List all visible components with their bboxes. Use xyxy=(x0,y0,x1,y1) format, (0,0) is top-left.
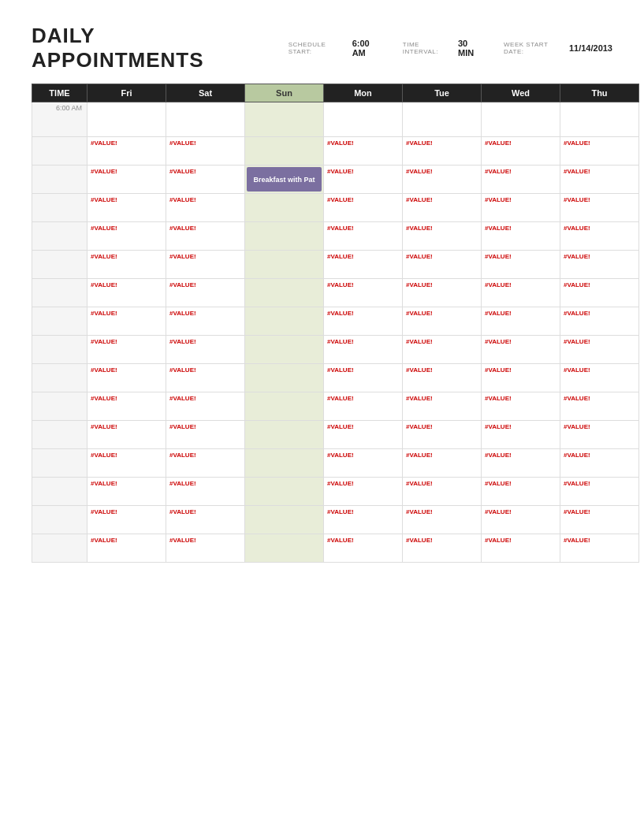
value-label: #VALUE! xyxy=(91,310,117,317)
value-label: #VALUE! xyxy=(327,508,354,515)
value-label: #VALUE! xyxy=(327,366,354,374)
day-cell: #VALUE! xyxy=(87,222,166,251)
day-cell: #VALUE! xyxy=(87,279,166,307)
value-label: #VALUE! xyxy=(564,423,590,430)
day-cell: #VALUE! xyxy=(166,222,245,251)
value-label: #VALUE! xyxy=(327,310,354,317)
value-label: #VALUE! xyxy=(485,139,512,147)
table-row: #VALUE!#VALUE!#VALUE!#VALUE!#VALUE!#VALU… xyxy=(32,506,639,534)
day-cell: #VALUE! xyxy=(87,506,166,534)
day-cell xyxy=(245,279,324,307)
header-meta: SCHEDULE START: 6:00 AM TIME INTERVAL: 3… xyxy=(288,39,612,58)
day-cell: #VALUE! xyxy=(166,336,245,364)
page-header: DAILY APPOINTMENTS SCHEDULE START: 6:00 … xyxy=(32,24,612,73)
day-cell: #VALUE! xyxy=(560,364,639,392)
value-label: #VALUE! xyxy=(485,253,512,260)
day-cell: #VALUE! xyxy=(324,506,403,534)
value-label: #VALUE! xyxy=(406,452,433,459)
day-cell: #VALUE! xyxy=(403,137,482,165)
day-cell xyxy=(245,194,324,222)
time-cell xyxy=(32,336,87,364)
value-label: #VALUE! xyxy=(169,480,196,487)
time-cell xyxy=(32,279,87,307)
table-row: #VALUE!#VALUE!#VALUE!#VALUE!#VALUE!#VALU… xyxy=(32,534,639,563)
value-label: #VALUE! xyxy=(406,423,433,430)
page-title: DAILY APPOINTMENTS xyxy=(32,24,265,73)
time-interval-group: TIME INTERVAL: 30 MIN xyxy=(403,39,485,58)
col-header-wed: Wed xyxy=(482,84,560,102)
value-label: #VALUE! xyxy=(327,281,354,288)
day-cell: #VALUE! xyxy=(403,307,482,336)
value-label: #VALUE! xyxy=(169,139,196,147)
value-label: #VALUE! xyxy=(406,537,433,544)
day-cell: #VALUE! xyxy=(87,194,166,222)
value-label: #VALUE! xyxy=(406,480,433,487)
value-label: #VALUE! xyxy=(406,508,433,515)
day-cell: #VALUE! xyxy=(324,279,403,307)
day-cell: #VALUE! xyxy=(87,478,166,506)
col-header-thu: Thu xyxy=(560,84,639,102)
day-cell: #VALUE! xyxy=(166,478,245,506)
day-cell: #VALUE! xyxy=(403,478,482,506)
day-cell: #VALUE! xyxy=(560,478,639,506)
day-cell: #VALUE! xyxy=(560,165,639,194)
value-label: #VALUE! xyxy=(485,310,512,317)
day-cell xyxy=(560,102,639,137)
value-label: #VALUE! xyxy=(485,366,512,374)
day-cell: #VALUE! xyxy=(87,251,166,279)
table-row: #VALUE!#VALUE!#VALUE!#VALUE!#VALUE!#VALU… xyxy=(32,336,639,364)
day-cell: #VALUE! xyxy=(87,137,166,165)
value-label: #VALUE! xyxy=(406,338,433,345)
value-label: #VALUE! xyxy=(169,366,196,374)
time-cell xyxy=(32,392,87,421)
table-row: #VALUE!#VALUE!#VALUE!#VALUE!#VALUE!#VALU… xyxy=(32,222,639,251)
value-label: #VALUE! xyxy=(564,508,590,515)
table-row: #VALUE!#VALUE!#VALUE!#VALUE!#VALUE!#VALU… xyxy=(32,194,639,222)
value-label: #VALUE! xyxy=(564,310,590,317)
day-cell xyxy=(403,102,482,137)
value-label: #VALUE! xyxy=(169,537,196,544)
value-label: #VALUE! xyxy=(327,395,354,402)
day-cell: #VALUE! xyxy=(166,251,245,279)
col-header-tue: Tue xyxy=(403,84,482,102)
day-cell: #VALUE! xyxy=(482,222,560,251)
value-label: #VALUE! xyxy=(169,253,196,260)
value-label: #VALUE! xyxy=(91,480,117,487)
day-cell: #VALUE! xyxy=(482,165,560,194)
value-label: #VALUE! xyxy=(327,338,354,345)
day-cell: #VALUE! xyxy=(166,506,245,534)
day-cell xyxy=(245,251,324,279)
day-cell: #VALUE! xyxy=(87,534,166,563)
day-cell: #VALUE! xyxy=(482,364,560,392)
day-cell xyxy=(324,102,403,137)
value-label: #VALUE! xyxy=(406,168,433,175)
appointment-block[interactable]: Breakfast with Pat xyxy=(247,167,322,192)
value-label: #VALUE! xyxy=(91,423,117,430)
value-label: #VALUE! xyxy=(327,452,354,459)
day-cell xyxy=(166,102,245,137)
day-cell: #VALUE! xyxy=(560,307,639,336)
value-label: #VALUE! xyxy=(406,253,433,260)
value-label: #VALUE! xyxy=(327,253,354,260)
day-cell: #VALUE! xyxy=(482,194,560,222)
time-cell xyxy=(32,194,87,222)
day-cell: #VALUE! xyxy=(403,165,482,194)
day-cell: #VALUE! xyxy=(403,194,482,222)
day-cell: Breakfast with Pat xyxy=(245,165,324,194)
value-label: #VALUE! xyxy=(564,480,590,487)
value-label: #VALUE! xyxy=(564,338,590,345)
day-cell: #VALUE! xyxy=(324,194,403,222)
value-label: #VALUE! xyxy=(406,139,433,147)
value-label: #VALUE! xyxy=(91,168,117,175)
value-label: #VALUE! xyxy=(485,395,512,402)
time-interval-value: 30 MIN xyxy=(458,39,485,58)
time-cell xyxy=(32,251,87,279)
value-label: #VALUE! xyxy=(406,225,433,232)
day-cell: #VALUE! xyxy=(166,534,245,563)
value-label: #VALUE! xyxy=(169,225,196,232)
day-cell: #VALUE! xyxy=(403,222,482,251)
day-cell: #VALUE! xyxy=(560,279,639,307)
day-cell: #VALUE! xyxy=(482,506,560,534)
col-header-fri: Fri xyxy=(87,84,166,102)
day-cell xyxy=(245,336,324,364)
